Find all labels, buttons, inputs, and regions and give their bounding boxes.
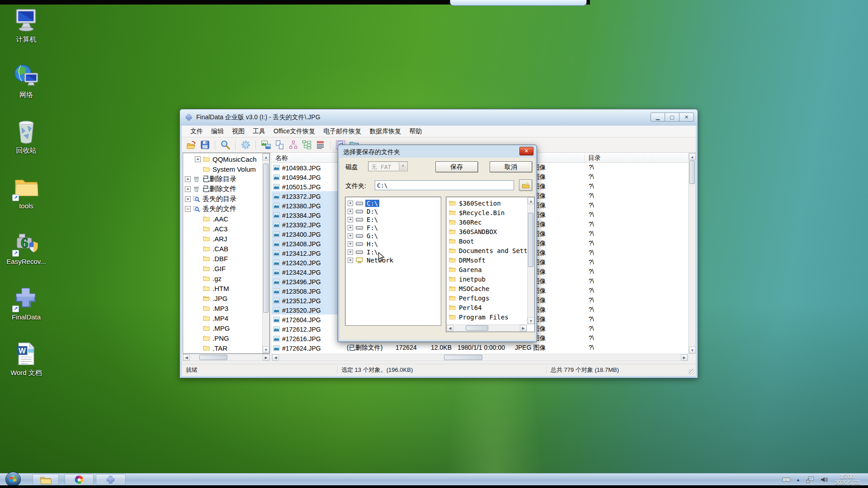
tree-scrollbar-thumb[interactable] — [263, 164, 269, 313]
desktop-icon-recycle-bin[interactable]: ↗ 回收站 — [3, 118, 50, 164]
drive-tree-item[interactable]: + H:\ — [345, 240, 441, 248]
volume-tray-icon[interactable] — [820, 475, 828, 484]
folder-list-item[interactable]: Documents and Setti — [446, 246, 527, 255]
drive-tree-item[interactable]: + Network — [345, 256, 441, 264]
start-button[interactable] — [5, 472, 21, 487]
drive-tree-item[interactable]: + E:\ — [345, 216, 441, 224]
file-name-cell[interactable]: #172616.JPG — [272, 333, 343, 343]
tree-expander-icon[interactable]: + — [185, 196, 191, 202]
file-name-cell[interactable]: #104983.JPG — [272, 163, 343, 172]
file-name-cell[interactable]: #123372.JPG — [272, 191, 343, 201]
chevron-down-icon[interactable]: ▼ — [399, 162, 407, 170]
desktop-icon-word-doc[interactable]: ↗ Word 文档 — [3, 341, 50, 387]
folder-list-item[interactable]: Garena — [446, 265, 527, 274]
tree-expander-icon[interactable]: + — [185, 186, 191, 192]
list-hscrollbar-thumb[interactable] — [444, 355, 482, 360]
tree-item[interactable]: − 丢失的文件 — [183, 204, 262, 214]
save-button[interactable] — [198, 139, 212, 151]
folder-list-item[interactable]: 360SANDBOX — [446, 227, 527, 236]
open-folder-button[interactable] — [184, 139, 198, 151]
desktop-icon-network[interactable]: ↗ 网络 — [3, 63, 50, 109]
file-row[interactable]: #172624.JPG (已删除文件) 172624 12.0KB 1980/1… — [272, 343, 688, 352]
scroll-left-icon[interactable]: ◀ — [183, 354, 190, 361]
tree-expander-icon[interactable]: + — [348, 249, 353, 255]
tree-item[interactable]: .MPG — [183, 323, 262, 333]
file-name-cell[interactable]: #123408.JPG — [272, 239, 343, 248]
tree-item[interactable]: + 已删除目录 — [183, 174, 262, 184]
tree-item[interactable]: .MP3 — [183, 303, 262, 313]
file-name-cell[interactable]: #172624.JPG — [272, 343, 343, 352]
folder-path-input[interactable] — [375, 180, 514, 190]
taskbar-explorer-button[interactable] — [33, 474, 59, 485]
folder-list-horizontal-scrollbar[interactable]: ◀ ▶ — [446, 324, 527, 332]
folder-list-item[interactable]: $Recycle.Bin — [446, 208, 527, 217]
tree-expander-icon[interactable]: + — [185, 176, 191, 182]
drive-tree-item[interactable]: + C:\ — [345, 199, 441, 207]
folder-list-hscrollbar-thumb[interactable] — [466, 325, 488, 331]
drive-tree-item[interactable]: + F:\ — [345, 224, 441, 232]
folder-list-item[interactable]: MSOCache — [446, 284, 527, 293]
scroll-up-icon[interactable]: ▲ — [689, 153, 696, 160]
folder-list-item[interactable]: PerfLogs — [446, 293, 527, 303]
tree-expander-icon[interactable]: + — [195, 156, 201, 162]
file-name-cell[interactable]: #123420.JPG — [272, 258, 343, 267]
tree-item[interactable]: .MP4 — [183, 313, 262, 323]
drive-tree-item[interactable]: + I:\ — [345, 248, 441, 256]
search-button[interactable] — [218, 139, 232, 151]
scroll-down-icon[interactable]: ▼ — [263, 346, 269, 353]
menu-item[interactable]: 帮助 — [405, 126, 426, 137]
resize-grip[interactable] — [689, 369, 695, 375]
detail-list-button[interactable] — [313, 139, 327, 151]
file-name-cell[interactable]: #123380.JPG — [272, 201, 343, 210]
tree-item[interactable]: .PNG — [183, 333, 262, 343]
tree-item[interactable]: + QQMusicCach — [183, 154, 262, 164]
file-name-cell[interactable]: #123424.JPG — [272, 267, 343, 277]
folder-list-item[interactable]: Program Files — [446, 312, 527, 322]
desktop-icon-finaldata[interactable]: ↗ FinalData — [3, 285, 50, 331]
scroll-up-icon[interactable]: ▲ — [528, 197, 534, 204]
tree-expander-icon[interactable]: + — [348, 217, 353, 222]
folder-list-item[interactable]: Perl64 — [446, 303, 527, 312]
copy-docs-button[interactable] — [273, 139, 286, 151]
file-name-cell[interactable]: #172604.JPG — [272, 314, 343, 324]
folder-list-scrollbar-thumb[interactable] — [528, 213, 533, 267]
menu-item[interactable]: 视图 — [228, 126, 249, 137]
folder-list-item[interactable]: DRMsoft — [446, 255, 527, 265]
scroll-right-icon[interactable]: ▶ — [520, 325, 527, 331]
menu-item[interactable]: 数据库恢复 — [365, 126, 405, 137]
tree-item[interactable]: .TAR — [183, 343, 262, 353]
tree-expander-icon[interactable]: + — [348, 225, 353, 230]
tree-view-button[interactable] — [300, 139, 313, 151]
file-name-cell[interactable]: #172612.JPG — [272, 324, 343, 333]
scroll-down-icon[interactable]: ▼ — [689, 347, 696, 353]
tree-item[interactable]: .ARJ — [183, 234, 262, 244]
file-name-cell[interactable]: #123508.JPG — [272, 286, 343, 296]
image-recovery-button[interactable] — [259, 139, 273, 151]
dialog-close-button[interactable]: ✕ — [519, 147, 533, 155]
tree-item[interactable]: .AC3 — [183, 224, 262, 234]
file-name-cell[interactable]: #123412.JPG — [272, 248, 343, 258]
cancel-button[interactable]: 取消 — [490, 161, 532, 172]
tree-item[interactable]: .GIF — [183, 263, 262, 273]
tree-item[interactable]: + 丢失的目录 — [183, 194, 262, 204]
folder-list-item[interactable]: Boot — [446, 236, 527, 246]
scroll-down-icon[interactable]: ▼ — [528, 317, 534, 324]
drive-tree-item[interactable]: + G:\ — [345, 232, 441, 240]
tree-horizontal-scrollbar[interactable]: ◀ ▶ — [183, 354, 270, 361]
menu-item[interactable]: 电子邮件恢复 — [319, 126, 365, 137]
tree-item[interactable]: .JPG — [183, 293, 262, 303]
video-overlay-tab[interactable] — [450, 0, 587, 6]
tree-item[interactable]: .CAB — [183, 244, 262, 253]
scroll-left-icon[interactable]: ◀ — [272, 354, 279, 361]
file-name-cell[interactable]: #123520.JPG — [272, 305, 343, 314]
list-horizontal-scrollbar[interactable]: ◀ ▶ — [272, 354, 688, 361]
taskbar-clock[interactable]: 15:00 2020/5/23 — [829, 474, 865, 486]
folder-list-item[interactable]: 360Rec — [446, 217, 527, 227]
tree-item[interactable]: .AAC — [183, 214, 262, 224]
menu-item[interactable]: 工具 — [249, 126, 269, 137]
network-tray-icon[interactable] — [806, 475, 814, 484]
tree-expander-icon[interactable]: + — [348, 201, 353, 206]
folder-list-vertical-scrollbar[interactable]: ▲ ▼ — [527, 197, 534, 324]
tree-expander-icon[interactable]: + — [348, 209, 353, 214]
scroll-left-icon[interactable]: ◀ — [447, 325, 453, 331]
